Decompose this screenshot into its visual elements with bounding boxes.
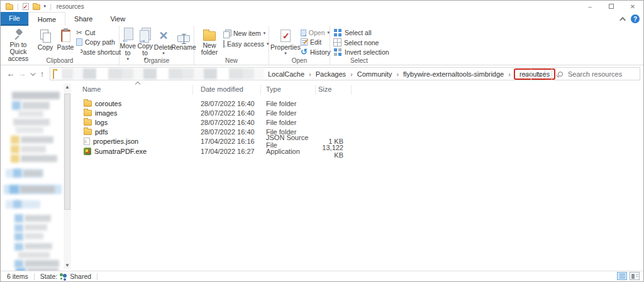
new-item-button[interactable]: New item▾: [223, 29, 269, 38]
details-view-button[interactable]: [617, 272, 627, 280]
delete-x-icon: ✕: [158, 30, 168, 42]
paste-icon: [61, 30, 70, 42]
pin-to-quick-access-button[interactable]: Pin to Quick access: [1, 27, 36, 56]
maximize-button[interactable]: [601, 1, 622, 12]
address-bar[interactable]: LocalCache›Packages›Community›flybywire-…: [50, 67, 545, 80]
help-icon[interactable]: ?: [631, 14, 640, 23]
forward-button[interactable]: →: [17, 69, 27, 79]
column-headers: Name Date modified Type Size: [73, 82, 643, 97]
ribbon-group-new: New folder New item▾ Easy access▾ New: [194, 26, 269, 65]
breadcrumb-segment[interactable]: Community: [357, 70, 392, 78]
properties-button[interactable]: Properties▾: [270, 27, 301, 56]
edit-button[interactable]: Edit: [301, 38, 330, 46]
select-all-button[interactable]: Select all: [333, 29, 389, 36]
shared-people-icon: [59, 273, 68, 280]
group-label-organise: Organise: [119, 57, 194, 64]
file-row[interactable]: properties.json17/04/2022 16:16JSON Sour…: [73, 137, 643, 146]
ribbon-group-clipboard: Pin to Quick access Copy Paste ✂ Cut: [1, 26, 119, 65]
scissors-icon: ✂: [76, 29, 82, 36]
ribbon-tab-row: File Home Share View: [1, 12, 643, 26]
paste-button[interactable]: Paste: [55, 27, 76, 56]
main-content: ▲ ▼ Name Date modified Type Size coroute…: [1, 82, 643, 271]
ribbon-group-select: Select all Select none Invert selection …: [330, 26, 388, 65]
scroll-down-icon[interactable]: ▼: [64, 262, 71, 269]
file-name: properties.json: [93, 138, 138, 145]
invert-selection-button[interactable]: Invert selection: [333, 48, 389, 56]
dropdown-caret: ▾: [267, 41, 269, 46]
scrollbar-thumb[interactable]: [64, 94, 70, 210]
address-row: ← → ↑ LocalCache›Packages›Community›flyb…: [1, 65, 643, 82]
qat-new-folder-icon[interactable]: [33, 4, 40, 10]
new-folder-button[interactable]: New folder: [198, 27, 221, 56]
tab-file[interactable]: File: [1, 12, 28, 26]
breadcrumb-chevron-icon[interactable]: ›: [396, 70, 399, 78]
file-date-modified: 28/07/2022 16:40: [192, 100, 260, 107]
explorer-window: | ✓ ▾ | resources – ✕ File Home Share Vi…: [0, 0, 644, 282]
refresh-icon[interactable]: ↻: [531, 69, 542, 80]
scroll-up-icon[interactable]: ▲: [64, 84, 71, 91]
file-row[interactable]: SumatraPDF.exe17/04/2022 16:27Applicatio…: [73, 146, 643, 156]
move-to-button[interactable]: ← Move to▾: [119, 27, 136, 56]
open-button[interactable]: Open▾: [301, 29, 330, 36]
breadcrumb-segment[interactable]: Packages: [316, 70, 346, 78]
qat-properties-icon[interactable]: ✓: [23, 3, 29, 10]
minimize-button[interactable]: –: [579, 1, 601, 12]
recent-locations-icon[interactable]: [30, 70, 35, 75]
pushpin-icon: [13, 28, 24, 41]
search-box[interactable]: [552, 67, 640, 80]
breadcrumb-chevron-icon[interactable]: ›: [508, 70, 511, 78]
file-name: images: [95, 109, 117, 117]
column-header-size[interactable]: Size: [318, 85, 331, 93]
copy-path-button[interactable]: Copy path: [76, 38, 119, 46]
sidebar-scrollbar[interactable]: ▲ ▼: [64, 84, 71, 269]
copy-icon: [40, 30, 50, 42]
dropdown-caret: ▾: [327, 30, 330, 35]
folder-icon: [84, 119, 92, 126]
breadcrumb-chevron-icon[interactable]: ›: [350, 70, 353, 78]
navigation-pane-censored: ▲ ▼: [1, 82, 73, 271]
breadcrumb-segment[interactable]: flybywire-externaltools-simbridge: [403, 70, 504, 78]
search-input[interactable]: [568, 70, 631, 78]
search-icon: [558, 72, 563, 77]
delete-button[interactable]: ✕ Delete▾: [154, 27, 173, 56]
column-header-type[interactable]: Type: [266, 85, 281, 93]
cut-button[interactable]: ✂ Cut: [76, 29, 119, 36]
large-icons-view-button[interactable]: [630, 272, 640, 280]
qat-customize-caret-icon[interactable]: ▾: [44, 4, 47, 9]
quick-access-toolbar: | ✓ ▾ | resources: [1, 3, 84, 10]
file-size: 13,122 KB: [315, 144, 351, 159]
breadcrumb-chevron-icon[interactable]: ›: [309, 70, 311, 78]
dropdown-caret: ▾: [162, 51, 165, 56]
ribbon-group-open: Properties▾ Open▾ Edit ↺ History: [269, 26, 330, 65]
rename-icon: [177, 35, 190, 42]
file-row[interactable]: images28/07/2022 16:40File folder: [73, 108, 643, 117]
up-button[interactable]: ↑: [37, 69, 47, 79]
file-row[interactable]: pdfs28/07/2022 16:40File folder: [73, 127, 643, 137]
close-button[interactable]: ✕: [622, 1, 643, 12]
folder-icon: [84, 100, 92, 107]
paste-shortcut-button[interactable]: Paste shortcut: [76, 48, 119, 56]
tab-home[interactable]: Home: [28, 12, 65, 26]
tab-view[interactable]: View: [101, 12, 134, 26]
column-header-name[interactable]: Name: [82, 85, 101, 93]
select-none-icon: [333, 38, 341, 46]
status-bar: 6 items State: Shared: [1, 271, 643, 281]
file-row[interactable]: coroutes28/07/2022 16:40File folder: [73, 99, 643, 108]
tab-share[interactable]: Share: [65, 12, 101, 26]
file-row[interactable]: logs28/07/2022 16:40File folder: [73, 117, 643, 127]
address-folder-icon: [53, 70, 54, 79]
column-header-date-modified[interactable]: Date modified: [201, 85, 243, 93]
sort-ascending-icon: [135, 82, 140, 87]
back-button[interactable]: ←: [6, 69, 16, 79]
rename-button[interactable]: Rename: [174, 27, 194, 56]
file-name: coroutes: [95, 100, 121, 107]
history-button[interactable]: ↺ History: [301, 48, 330, 56]
copy-button[interactable]: Copy: [36, 27, 55, 56]
application-icon: [84, 148, 91, 155]
select-all-icon: [334, 29, 337, 32]
state-label: State:: [40, 273, 57, 280]
easy-access-button[interactable]: Easy access▾: [223, 40, 269, 48]
select-none-button[interactable]: Select none: [333, 38, 389, 46]
breadcrumb-segment[interactable]: LocalCache: [268, 70, 304, 78]
copy-to-button[interactable]: → Copy to▾: [137, 27, 154, 56]
